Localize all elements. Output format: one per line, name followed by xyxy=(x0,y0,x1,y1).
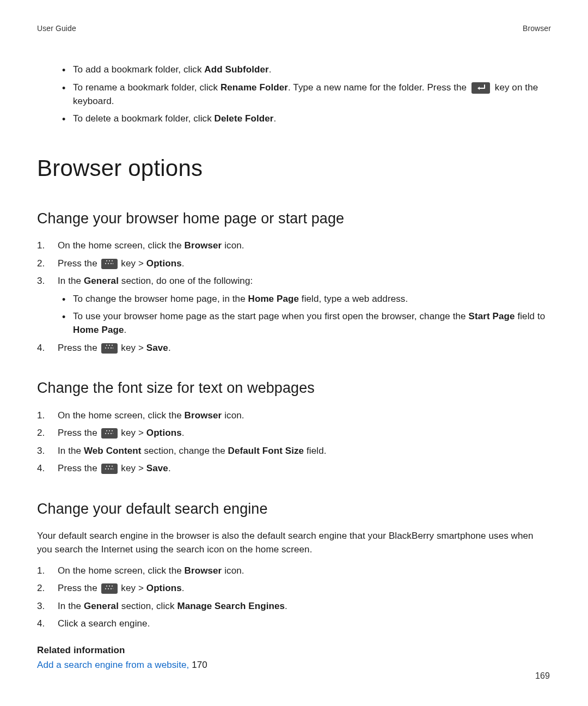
section-heading: Change your browser home page or start p… xyxy=(37,208,551,229)
text: . xyxy=(168,463,171,473)
list-item: To add a bookmark folder, click Add Subf… xyxy=(73,63,551,77)
text: Press the xyxy=(58,258,100,269)
text: To rename a bookmark folder, click xyxy=(73,82,220,93)
blackberry-key-icon xyxy=(101,259,118,269)
text: field. xyxy=(304,446,326,456)
intro-bullet-list: To add a bookmark folder, click Add Subf… xyxy=(37,63,551,126)
text: key > xyxy=(119,463,146,473)
list-item: To rename a bookmark folder, click Renam… xyxy=(73,81,551,108)
text: key > xyxy=(119,428,146,438)
steps-list: On the home screen, click the Browser ic… xyxy=(37,564,551,631)
bold-text: Browser xyxy=(185,410,222,421)
step-item: Press the key > Options. xyxy=(58,427,551,440)
text: icon. xyxy=(222,410,244,421)
steps-list: On the home screen, click the Browser ic… xyxy=(37,409,551,476)
text: . xyxy=(182,258,185,269)
text: Press the xyxy=(58,583,100,593)
text: . xyxy=(182,428,185,438)
bold-text: Delete Folder xyxy=(215,113,274,124)
bold-text: Browser xyxy=(185,240,222,251)
text: . xyxy=(168,343,171,353)
text: On the home screen, click the xyxy=(58,240,185,251)
text: . xyxy=(182,583,185,593)
blackberry-key-icon xyxy=(101,428,118,439)
text: . Type a new name for the folder. Press … xyxy=(288,82,469,93)
blackberry-key-icon xyxy=(101,343,118,354)
text: field to xyxy=(515,311,546,321)
bold-text: General xyxy=(84,601,119,611)
text: section, change the xyxy=(142,446,228,456)
text: Click a search engine. xyxy=(58,618,150,629)
text: icon. xyxy=(222,565,244,576)
header-right: Browser xyxy=(523,23,551,34)
section-intro: Your default search engine in the browse… xyxy=(37,530,551,556)
blackberry-key-icon xyxy=(101,464,118,474)
step-item: Click a search engine. xyxy=(58,617,551,631)
text: . xyxy=(124,325,127,335)
related-link[interactable]: Add a search engine from a website, xyxy=(37,660,189,670)
text: On the home screen, click the xyxy=(58,565,185,576)
text: key > xyxy=(119,258,146,269)
bold-text: Rename Folder xyxy=(220,82,288,93)
bold-text: Manage Search Engines xyxy=(177,601,285,611)
text: Press the xyxy=(58,343,100,353)
text: To add a bookmark folder, click xyxy=(73,64,204,75)
bold-text: Save xyxy=(146,343,168,353)
bold-text: Home Page xyxy=(248,294,299,304)
bold-text: Web Content xyxy=(84,446,142,456)
text: . xyxy=(269,64,272,75)
text: key > xyxy=(119,343,146,353)
step-item: In the General section, click Manage Sea… xyxy=(58,600,551,613)
text: In the xyxy=(58,276,84,286)
bold-text: Options xyxy=(146,583,182,593)
bold-text: Save xyxy=(146,463,168,473)
text: In the xyxy=(58,601,84,611)
step-item: On the home screen, click the Browser ic… xyxy=(58,564,551,578)
bold-text: Browser xyxy=(185,565,222,576)
page-number: 169 xyxy=(535,670,550,682)
text: section, do one of the following: xyxy=(119,276,253,286)
text: To change the browser home page, in the xyxy=(73,294,248,304)
related-info-line: Add a search engine from a website, 170 xyxy=(37,659,551,672)
step-item: In the Web Content section, change the D… xyxy=(58,445,551,458)
blackberry-key-icon xyxy=(101,583,118,594)
bold-text: Add Subfolder xyxy=(204,64,268,75)
step-item: In the General section, do one of the fo… xyxy=(58,275,551,337)
list-item: To delete a bookmark folder, click Delet… xyxy=(73,112,551,126)
text: Press the xyxy=(58,463,100,473)
sub-bullet-list: To change the browser home page, in the … xyxy=(58,293,551,337)
page-title: Browser options xyxy=(37,152,551,185)
related-info-heading: Related information xyxy=(37,644,551,658)
bold-text: Options xyxy=(146,258,182,269)
section-heading: Change the font size for text on webpage… xyxy=(37,378,551,399)
list-item: To change the browser home page, in the … xyxy=(73,293,551,306)
step-item: On the home screen, click the Browser ic… xyxy=(58,409,551,423)
text: . xyxy=(274,113,277,124)
list-item: To use your browser home page as the sta… xyxy=(73,310,551,337)
bold-text: Options xyxy=(146,428,182,438)
text: In the xyxy=(58,446,84,456)
text: . xyxy=(285,601,287,611)
section-heading: Change your default search engine xyxy=(37,498,551,520)
step-item: Press the key > Options. xyxy=(58,582,551,595)
step-item: On the home screen, click the Browser ic… xyxy=(58,239,551,253)
steps-list: On the home screen, click the Browser ic… xyxy=(37,239,551,355)
header-left: User Guide xyxy=(37,23,76,34)
text: To use your browser home page as the sta… xyxy=(73,311,468,321)
step-item: Press the key > Save. xyxy=(58,342,551,355)
bold-text: Home Page xyxy=(73,325,124,335)
bold-text: Default Font Size xyxy=(228,446,304,456)
bold-text: Start Page xyxy=(468,311,514,321)
step-item: Press the key > Options. xyxy=(58,257,551,271)
text: Press the xyxy=(58,428,100,438)
text: icon. xyxy=(222,240,244,251)
text: section, click xyxy=(119,601,177,611)
text: To delete a bookmark folder, click xyxy=(73,113,215,124)
text: key > xyxy=(119,583,146,593)
bold-text: General xyxy=(84,276,119,286)
text: field, type a web address. xyxy=(299,294,408,304)
text: On the home screen, click the xyxy=(58,410,185,421)
enter-key-icon xyxy=(471,82,490,94)
related-page-number: 170 xyxy=(192,660,207,670)
step-item: Press the key > Save. xyxy=(58,462,551,476)
